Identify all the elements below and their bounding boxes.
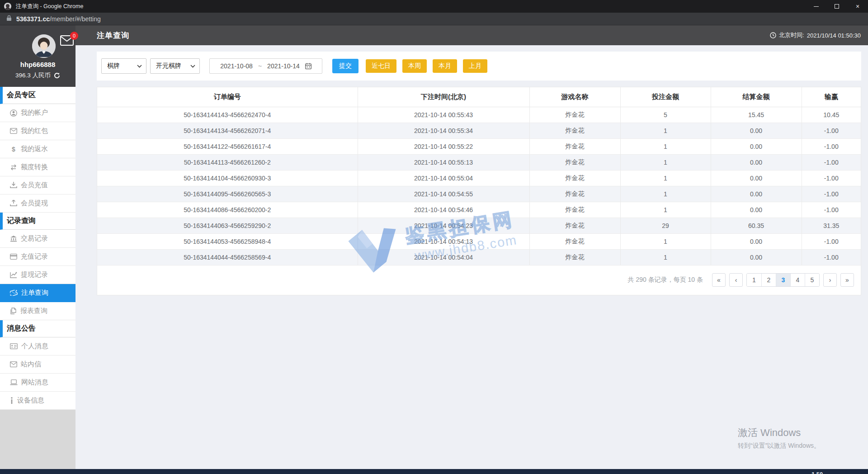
prev-page-button[interactable]: ‹ [729, 273, 743, 287]
mail-badge: 0 [70, 32, 78, 40]
sidebar-item-recharge-records[interactable]: 充值记录 [0, 248, 75, 266]
page-header: 注单查询 北京时间: 2021/10/14 01:50:30 [75, 25, 868, 45]
table-cell: 炸金花 [529, 170, 620, 186]
table-row: 50-1634144095-4566260565-32021-10-14 00:… [97, 186, 861, 202]
table-cell: 2021-10-14 00:54:23 [358, 218, 529, 233]
chart-icon [10, 272, 17, 278]
table-cell: 0.00 [711, 202, 802, 218]
sidebar-item-site-mail[interactable]: 站内信 [0, 356, 75, 374]
sidebar-item-withdraw[interactable]: 会员提现 [0, 194, 75, 213]
table-cell: 50-1634144143-4566262470-4 [97, 107, 358, 123]
sidebar-item-report-query[interactable]: 报表查询 [0, 302, 75, 320]
table-row: 50-1634144104-4566260930-32021-10-14 00:… [97, 170, 861, 186]
page-4-button[interactable]: 4 [790, 274, 805, 286]
sidebar-item-label: 站内信 [21, 360, 41, 369]
game-type-select[interactable]: 棋牌 [101, 58, 146, 74]
table-cell: -1.00 [802, 170, 861, 186]
sidebar-item-label: 报表查询 [20, 307, 47, 315]
date-separator: ~ [258, 62, 262, 70]
page-3-button[interactable]: 3 [776, 274, 790, 286]
table-cell: 50-1634144063-4566259290-2 [97, 218, 358, 233]
sidebar-item-label: 我的返水 [21, 145, 48, 153]
maximize-icon [835, 4, 839, 9]
filter-bar: 棋牌 开元棋牌 2021-10-08 ~ 2021-10-14 提交 近七日 本… [97, 52, 861, 81]
table-cell: 2021-10-14 00:55:13 [358, 154, 529, 170]
sidebar-item-transfer[interactable]: 额度转换 [0, 158, 75, 176]
table-cell: 1 [620, 249, 711, 265]
last-month-button[interactable]: 上月 [463, 59, 487, 73]
sidebar-item-personal-messages[interactable]: 个人消息 [0, 337, 75, 356]
page-1-button[interactable]: 1 [747, 274, 761, 286]
table-cell: 炸金花 [529, 218, 620, 233]
next-page-button[interactable]: › [823, 273, 837, 287]
sidebar-item-my-account[interactable]: 我的帐户 [0, 104, 75, 122]
mail-button[interactable]: 0 [60, 35, 74, 47]
table-cell: 0.00 [711, 154, 802, 170]
url-domain: 5363371.cc [16, 15, 50, 23]
table-cell: 2021-10-14 00:54:04 [358, 249, 529, 265]
sidebar-item-label: 设备信息 [17, 396, 44, 405]
first-page-button[interactable]: « [712, 273, 726, 287]
sidebar-item-label: 会员充值 [21, 181, 48, 190]
time-label: 北京时间: [779, 31, 804, 39]
beijing-time: 北京时间: 2021/10/14 01:50:30 [770, 31, 861, 39]
sidebar-item-label: 个人消息 [21, 342, 48, 351]
page-5-button[interactable]: 5 [805, 274, 819, 286]
date-range-input[interactable]: 2021-10-08 ~ 2021-10-14 [209, 58, 322, 74]
this-month-button[interactable]: 本月 [433, 59, 457, 73]
this-week-button[interactable]: 本周 [402, 59, 427, 73]
sidebar-item-label: 额度转换 [21, 163, 48, 171]
sidebar-item-withdraw-records[interactable]: 提现记录 [0, 266, 75, 284]
game-type-value: 棋牌 [107, 62, 120, 70]
table-cell: 5 [620, 107, 711, 123]
section-member-zone: 会员专区 [0, 87, 75, 104]
table-cell: 50-1634144134-4566262071-4 [97, 123, 358, 138]
activation-title: 激活 Windows [738, 426, 820, 440]
table-cell: 50-1634144104-4566260930-3 [97, 170, 358, 186]
footer-partial-value: 1.50 [811, 471, 823, 474]
info-icon [10, 397, 14, 404]
last-page-button[interactable]: » [840, 273, 854, 287]
url-text[interactable]: 5363371.cc/member/#/betting [16, 15, 101, 23]
time-value: 2021/10/14 01:50:30 [807, 32, 861, 39]
sidebar-item-transactions[interactable]: 交易记录 [0, 230, 75, 248]
page-2-button[interactable]: 2 [761, 274, 776, 286]
sidebar-item-site-messages[interactable]: 网站消息 [0, 374, 75, 392]
table-cell: 1 [620, 138, 711, 154]
sidebar-item-deposit[interactable]: 会员充值 [0, 176, 75, 194]
submit-button[interactable]: 提交 [332, 59, 359, 73]
table-cell: 0.00 [711, 249, 802, 265]
maximize-button[interactable] [826, 0, 847, 13]
close-button[interactable]: × [847, 0, 868, 13]
table-cell: 0.00 [711, 138, 802, 154]
sidebar-item-red-packet[interactable]: 我的红包 [0, 122, 75, 140]
sidebar-item-label: 我的帐户 [21, 109, 48, 117]
browser-urlbar[interactable]: 5363371.cc/member/#/betting [0, 13, 868, 25]
minimize-button[interactable] [806, 0, 826, 13]
table-cell: 10.45 [802, 107, 861, 123]
table-cell: -1.00 [802, 123, 861, 138]
table-row: 50-1634144143-4566262470-42021-10-14 00:… [97, 107, 861, 123]
browser-titlebar: 注单查询 - Google Chrome × [0, 0, 868, 13]
windows-activation: 激活 Windows 转到“设置”以激活 Windows。 [738, 426, 820, 450]
col-win-lose: 输赢 [802, 87, 861, 107]
sidebar-item-device-info[interactable]: 设备信息 [0, 392, 75, 410]
refresh-icon[interactable] [54, 72, 60, 79]
table-row: 50-1634144122-4566261617-42021-10-14 00:… [97, 138, 861, 154]
bet-table-card: 订单编号 下注时间(北京) 游戏名称 投注金额 结算金额 输赢 50-16341… [97, 87, 861, 295]
col-bet-time: 下注时间(北京) [358, 87, 529, 107]
table-cell: 2021-10-14 00:54:55 [358, 186, 529, 202]
sidebar-item-bet-query[interactable]: 注单查询 [0, 284, 75, 302]
table-cell: 2021-10-14 00:55:04 [358, 170, 529, 186]
platform-select[interactable]: 开元棋牌 [150, 58, 200, 74]
last-7-days-button[interactable]: 近七日 [366, 59, 396, 73]
avatar[interactable] [32, 34, 56, 58]
clock-icon [770, 32, 776, 38]
table-cell: 1 [620, 202, 711, 218]
sidebar-item-rebate[interactable]: $ 我的返水 [0, 140, 75, 158]
card-icon [10, 254, 17, 260]
user-block: 0 hhp666888 396.3 人民币 [0, 25, 75, 87]
page: 注单查询 - Google Chrome × 5363371.cc/member… [0, 0, 868, 474]
rebate-icon: $ [10, 146, 17, 153]
table-cell: 15.45 [711, 107, 802, 123]
